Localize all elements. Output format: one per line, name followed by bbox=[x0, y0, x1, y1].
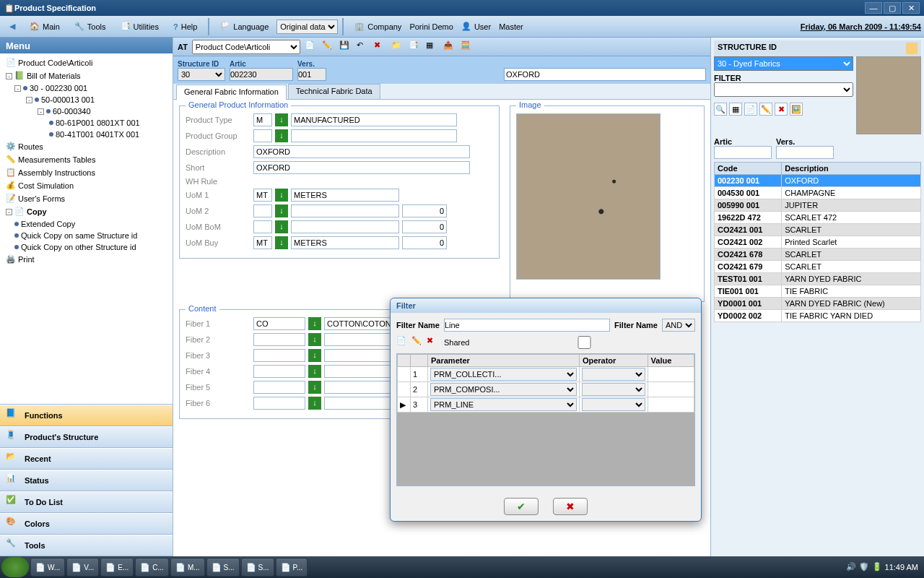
taskbar-item[interactable]: 📄M... bbox=[170, 558, 205, 577]
vers-input[interactable] bbox=[297, 68, 326, 81]
table-row[interactable]: CO2421 001SCARLET bbox=[715, 224, 921, 236]
taskbar-item[interactable]: 📄S... bbox=[241, 558, 274, 577]
filter-row[interactable]: 2PRM_COMPOSI... bbox=[398, 382, 694, 397]
stack-functions[interactable]: 📘Functions bbox=[0, 405, 173, 426]
undo-icon[interactable]: ↶ bbox=[357, 40, 370, 53]
tree-measurements[interactable]: 📏Measurements Tables bbox=[3, 153, 170, 166]
uom1-lookup-icon[interactable]: ↓ bbox=[275, 189, 288, 202]
filter-name-input[interactable] bbox=[444, 319, 610, 332]
tab-general[interactable]: General Fabric Information bbox=[176, 85, 287, 100]
fiber1-lookup-icon[interactable]: ↓ bbox=[308, 317, 321, 330]
tab-technical[interactable]: Technical Fabric Data bbox=[288, 84, 380, 99]
taskbar-item[interactable]: 📄V... bbox=[66, 558, 99, 577]
tree-bom[interactable]: -📗Bill of Materials bbox=[3, 69, 170, 82]
stack-structure[interactable]: 🧵Product's Structure bbox=[0, 426, 173, 448]
table-row[interactable]: YD0001 001YARN DYED FABRIC (New) bbox=[715, 298, 921, 310]
start-button[interactable] bbox=[1, 557, 29, 577]
uom2-input[interactable] bbox=[253, 204, 272, 217]
rp-filter-select[interactable] bbox=[714, 82, 853, 97]
stack-status[interactable]: 📊Status bbox=[0, 470, 173, 491]
rp-artic-input[interactable] bbox=[714, 146, 772, 159]
stack-colors[interactable]: 🎨Colors bbox=[0, 513, 173, 535]
rp-struct-select[interactable]: 30 - Dyed Fabrics bbox=[714, 56, 853, 71]
table-row[interactable]: 004530 001CHAMPAGNE bbox=[715, 187, 921, 199]
folder-icon[interactable]: 📁 bbox=[391, 40, 404, 53]
rp-find-icon[interactable]: 🔍 bbox=[714, 103, 727, 116]
tray-icon[interactable]: 🛡️ bbox=[859, 562, 869, 572]
filter-row[interactable]: ▶3PRM_LINE bbox=[398, 397, 694, 413]
table-row[interactable]: CO2421 679SCARLET bbox=[715, 261, 921, 273]
stack-recent[interactable]: 📂Recent bbox=[0, 448, 173, 470]
taskbar-item[interactable]: 📄S... bbox=[206, 558, 240, 577]
dlg-delete-icon[interactable]: ✖ bbox=[427, 336, 440, 349]
taskbar-item[interactable]: 📄W... bbox=[30, 558, 65, 577]
save-icon[interactable]: 💾 bbox=[339, 40, 352, 53]
fiber4-input[interactable] bbox=[253, 365, 305, 378]
maximize-button[interactable]: ▢ bbox=[884, 2, 901, 14]
table-row[interactable]: TEST01 001YARN DYED FABRIC bbox=[715, 273, 921, 285]
stack-tools[interactable]: 🔧Tools bbox=[0, 535, 173, 556]
tools-button[interactable]: 🔧Tools bbox=[68, 19, 113, 34]
stack-todo[interactable]: ✅To Do List bbox=[0, 491, 173, 513]
fiber6-input[interactable] bbox=[253, 397, 305, 410]
tree-print[interactable]: 🖨️Print bbox=[3, 253, 170, 266]
uombuy-lookup-icon[interactable]: ↓ bbox=[275, 236, 288, 249]
tree-50[interactable]: -50-000013 001 bbox=[3, 94, 170, 105]
pgroup-input[interactable] bbox=[253, 129, 272, 142]
uombuy-qty[interactable] bbox=[402, 236, 447, 249]
tree-ext-copy[interactable]: Extended Copy bbox=[3, 218, 170, 230]
tray-icon[interactable]: 🔊 bbox=[846, 562, 856, 572]
pgroup-lookup-icon[interactable]: ↓ bbox=[275, 129, 288, 142]
table-row[interactable]: CO2421 678SCARLET bbox=[715, 249, 921, 261]
tree-60[interactable]: -60-000340 bbox=[3, 105, 170, 117]
grid-icon[interactable]: ▦ bbox=[426, 40, 439, 53]
close-button[interactable]: ✕ bbox=[902, 2, 920, 14]
fiber3-lookup-icon[interactable]: ↓ bbox=[308, 349, 321, 362]
table-row[interactable]: CO2421 002Printed Scarlet bbox=[715, 236, 921, 249]
uom2-qty[interactable] bbox=[402, 204, 447, 217]
filter-logic-select[interactable]: AND bbox=[662, 319, 695, 332]
tree-forms[interactable]: 📝User's Forms bbox=[3, 192, 170, 205]
fiber5-lookup-icon[interactable]: ↓ bbox=[308, 381, 321, 394]
tree-routes[interactable]: ⚙️Routes bbox=[3, 140, 170, 153]
product-name-input[interactable] bbox=[504, 68, 706, 81]
uombom-input[interactable] bbox=[253, 220, 272, 233]
dialog-cancel-button[interactable]: ✖ bbox=[553, 498, 588, 515]
fiber5-input[interactable] bbox=[253, 381, 305, 394]
calc-icon[interactable]: 🧮 bbox=[461, 40, 474, 53]
rp-grid-icon[interactable]: ▦ bbox=[729, 103, 742, 116]
copy-icon[interactable]: 📑 bbox=[409, 40, 422, 53]
taskbar-item[interactable]: 📄P... bbox=[276, 558, 308, 577]
taskbar-item[interactable]: 📄E... bbox=[100, 558, 134, 577]
language-select[interactable]: Original data bbox=[276, 20, 338, 34]
tree-30[interactable]: -30 - 002230 001 bbox=[3, 82, 170, 94]
tree-qc-same[interactable]: Quick Copy on same Structure id bbox=[3, 230, 170, 241]
artic-input[interactable] bbox=[230, 68, 293, 81]
table-row[interactable]: 002230 001OXFORD bbox=[715, 175, 921, 187]
ptype-input[interactable] bbox=[253, 113, 272, 126]
struct-id-select[interactable]: 30 bbox=[178, 68, 225, 81]
fiber2-input[interactable] bbox=[253, 333, 305, 346]
main-button[interactable]: 🏠Main bbox=[23, 19, 66, 34]
tree-cost[interactable]: 💰Cost Simulation bbox=[3, 179, 170, 192]
dialog-ok-button[interactable]: ✔ bbox=[504, 498, 539, 515]
minimize-button[interactable]: — bbox=[865, 2, 882, 14]
tree-80b[interactable]: 80-41T001 0401TX 001 bbox=[3, 129, 170, 140]
rp-new-icon[interactable]: 📄 bbox=[744, 103, 757, 116]
help-button[interactable]: ?Help bbox=[167, 20, 204, 34]
pin-icon[interactable] bbox=[906, 43, 918, 54]
tree-qc-other[interactable]: Quick Copy on other Structure id bbox=[3, 241, 170, 253]
uom1-input[interactable] bbox=[253, 189, 272, 202]
shared-checkbox[interactable] bbox=[474, 336, 695, 349]
table-row[interactable]: 005990 001JUPITER bbox=[715, 199, 921, 212]
taskbar-item[interactable]: 📄C... bbox=[135, 558, 169, 577]
uombom-lookup-icon[interactable]: ↓ bbox=[275, 220, 288, 233]
fiber6-lookup-icon[interactable]: ↓ bbox=[308, 397, 321, 410]
fiber3-input[interactable] bbox=[253, 349, 305, 362]
short-input[interactable] bbox=[253, 161, 470, 174]
desc-input[interactable] bbox=[253, 145, 470, 158]
uombuy-input[interactable] bbox=[253, 236, 272, 249]
tree-product-code[interactable]: 📄Product Code\Articoli bbox=[3, 56, 170, 69]
edit-icon[interactable]: ✏️ bbox=[322, 40, 335, 53]
rp-img-icon[interactable]: 🖼️ bbox=[790, 103, 803, 116]
